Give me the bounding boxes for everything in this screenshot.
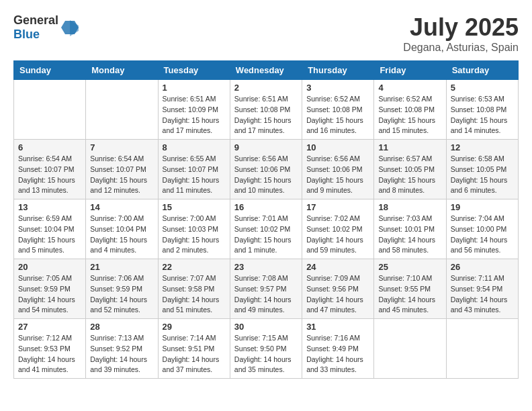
day-number: 4 [378,83,441,93]
calendar-cell: 1Sunrise: 6:51 AM Sunset: 10:09 PM Dayli… [158,80,230,140]
day-info: Sunrise: 7:16 AM Sunset: 9:49 PM Dayligh… [306,333,369,375]
calendar-cell: 14Sunrise: 7:00 AM Sunset: 10:04 PM Dayl… [86,199,158,259]
calendar-cell: 18Sunrise: 7:03 AM Sunset: 10:01 PM Dayl… [374,199,446,259]
day-number: 10 [306,142,369,152]
calendar-cell: 12Sunrise: 6:58 AM Sunset: 10:05 PM Dayl… [446,140,518,199]
day-info: Sunrise: 7:11 AM Sunset: 9:54 PM Dayligh… [451,273,514,316]
calendar-cell: 6Sunrise: 6:54 AM Sunset: 10:07 PM Dayli… [14,140,86,199]
day-number: 28 [90,322,153,332]
calendar-cell: 24Sunrise: 7:09 AM Sunset: 9:56 PM Dayli… [302,259,374,319]
calendar-cell: 15Sunrise: 7:00 AM Sunset: 10:03 PM Dayl… [158,199,230,259]
logo-general: General [13,13,58,27]
calendar-cell: 29Sunrise: 7:14 AM Sunset: 9:51 PM Dayli… [158,319,230,379]
day-info: Sunrise: 6:51 AM Sunset: 10:09 PM Daylig… [163,94,226,136]
day-number: 22 [163,262,226,272]
calendar-cell: 5Sunrise: 6:53 AM Sunset: 10:08 PM Dayli… [446,80,518,140]
day-number: 11 [378,142,441,152]
calendar-cell: 27Sunrise: 7:12 AM Sunset: 9:53 PM Dayli… [14,319,86,379]
calendar-cell: 30Sunrise: 7:15 AM Sunset: 9:50 PM Dayli… [230,319,302,379]
day-number: 20 [18,262,81,272]
calendar-cell: 17Sunrise: 7:02 AM Sunset: 10:02 PM Dayl… [302,199,374,259]
calendar-week-row: 27Sunrise: 7:12 AM Sunset: 9:53 PM Dayli… [14,319,519,379]
weekday-header: Monday [86,61,158,80]
day-info: Sunrise: 7:09 AM Sunset: 9:56 PM Dayligh… [306,273,369,316]
calendar-cell: 9Sunrise: 6:56 AM Sunset: 10:06 PM Dayli… [230,140,302,199]
day-number: 3 [306,83,369,93]
calendar-table: SundayMondayTuesdayWednesdayThursdayFrid… [13,60,519,379]
day-number: 5 [451,83,514,93]
logo-blue: Blue [13,28,40,41]
page-header: General Blue July 2025 Degana, Asturias,… [13,13,519,54]
day-number: 18 [378,202,441,212]
calendar-cell [86,80,158,140]
day-number: 1 [163,83,226,93]
calendar-cell: 10Sunrise: 6:56 AM Sunset: 10:06 PM Dayl… [302,140,374,199]
day-info: Sunrise: 6:58 AM Sunset: 10:05 PM Daylig… [451,154,514,196]
calendar-week-row: 13Sunrise: 6:59 AM Sunset: 10:04 PM Dayl… [14,199,519,259]
logo: General Blue [13,13,80,42]
day-info: Sunrise: 6:54 AM Sunset: 10:07 PM Daylig… [90,154,153,196]
calendar-cell: 8Sunrise: 6:55 AM Sunset: 10:07 PM Dayli… [158,140,230,199]
day-number: 6 [18,142,81,152]
calendar-cell: 22Sunrise: 7:07 AM Sunset: 9:58 PM Dayli… [158,259,230,319]
day-info: Sunrise: 6:54 AM Sunset: 10:07 PM Daylig… [18,154,81,196]
day-number: 21 [90,262,153,272]
day-info: Sunrise: 7:15 AM Sunset: 9:50 PM Dayligh… [234,333,298,375]
weekday-header: Saturday [446,61,518,80]
day-number: 12 [451,142,514,152]
day-number: 30 [234,322,298,332]
day-number: 14 [90,202,153,212]
calendar-cell: 19Sunrise: 7:04 AM Sunset: 10:00 PM Dayl… [446,199,518,259]
day-info: Sunrise: 7:00 AM Sunset: 10:03 PM Daylig… [163,214,226,256]
calendar-cell: 26Sunrise: 7:11 AM Sunset: 9:54 PM Dayli… [446,259,518,319]
calendar-cell: 3Sunrise: 6:52 AM Sunset: 10:08 PM Dayli… [302,80,374,140]
calendar-cell [446,319,518,379]
month-title: July 2025 [403,13,519,42]
weekday-header: Tuesday [158,61,230,80]
calendar-cell: 7Sunrise: 6:54 AM Sunset: 10:07 PM Dayli… [86,140,158,199]
day-number: 31 [306,322,369,332]
weekday-header: Friday [374,61,446,80]
day-number: 2 [234,83,298,93]
calendar-week-row: 6Sunrise: 6:54 AM Sunset: 10:07 PM Dayli… [14,140,519,199]
logo-icon [60,17,80,38]
calendar-cell: 21Sunrise: 7:06 AM Sunset: 9:59 PM Dayli… [86,259,158,319]
day-number: 17 [306,202,369,212]
day-number: 19 [451,202,514,212]
day-info: Sunrise: 7:12 AM Sunset: 9:53 PM Dayligh… [18,333,81,375]
logo-text: General Blue [13,13,58,42]
calendar-cell [14,80,86,140]
weekday-header: Sunday [14,61,86,80]
day-number: 16 [234,202,298,212]
title-area: July 2025 Degana, Asturias, Spain [403,13,519,54]
day-info: Sunrise: 6:55 AM Sunset: 10:07 PM Daylig… [163,154,226,196]
calendar-cell: 11Sunrise: 6:57 AM Sunset: 10:05 PM Dayl… [374,140,446,199]
calendar-week-row: 20Sunrise: 7:05 AM Sunset: 9:59 PM Dayli… [14,259,519,319]
day-info: Sunrise: 7:06 AM Sunset: 9:59 PM Dayligh… [90,273,153,316]
day-info: Sunrise: 6:56 AM Sunset: 10:06 PM Daylig… [306,154,369,196]
day-number: 29 [163,322,226,332]
weekday-header: Wednesday [230,61,302,80]
day-info: Sunrise: 7:00 AM Sunset: 10:04 PM Daylig… [90,214,153,256]
day-info: Sunrise: 7:05 AM Sunset: 9:59 PM Dayligh… [18,273,81,316]
day-info: Sunrise: 6:57 AM Sunset: 10:05 PM Daylig… [378,154,441,196]
day-info: Sunrise: 7:07 AM Sunset: 9:58 PM Dayligh… [163,273,226,316]
day-number: 15 [163,202,226,212]
calendar-cell: 16Sunrise: 7:01 AM Sunset: 10:02 PM Dayl… [230,199,302,259]
calendar-cell: 2Sunrise: 6:51 AM Sunset: 10:08 PM Dayli… [230,80,302,140]
day-info: Sunrise: 6:51 AM Sunset: 10:08 PM Daylig… [234,94,298,136]
day-info: Sunrise: 7:04 AM Sunset: 10:00 PM Daylig… [451,214,514,256]
day-number: 24 [306,262,369,272]
day-number: 9 [234,142,298,152]
day-info: Sunrise: 7:10 AM Sunset: 9:55 PM Dayligh… [378,273,441,316]
day-info: Sunrise: 6:59 AM Sunset: 10:04 PM Daylig… [18,214,81,256]
day-number: 13 [18,202,81,212]
day-number: 8 [163,142,226,152]
calendar-week-row: 1Sunrise: 6:51 AM Sunset: 10:09 PM Dayli… [14,80,519,140]
weekday-header: Thursday [302,61,374,80]
day-number: 27 [18,322,81,332]
day-number: 26 [451,262,514,272]
calendar-cell: 4Sunrise: 6:52 AM Sunset: 10:08 PM Dayli… [374,80,446,140]
calendar-header-row: SundayMondayTuesdayWednesdayThursdayFrid… [14,61,519,80]
day-info: Sunrise: 6:56 AM Sunset: 10:06 PM Daylig… [234,154,298,196]
